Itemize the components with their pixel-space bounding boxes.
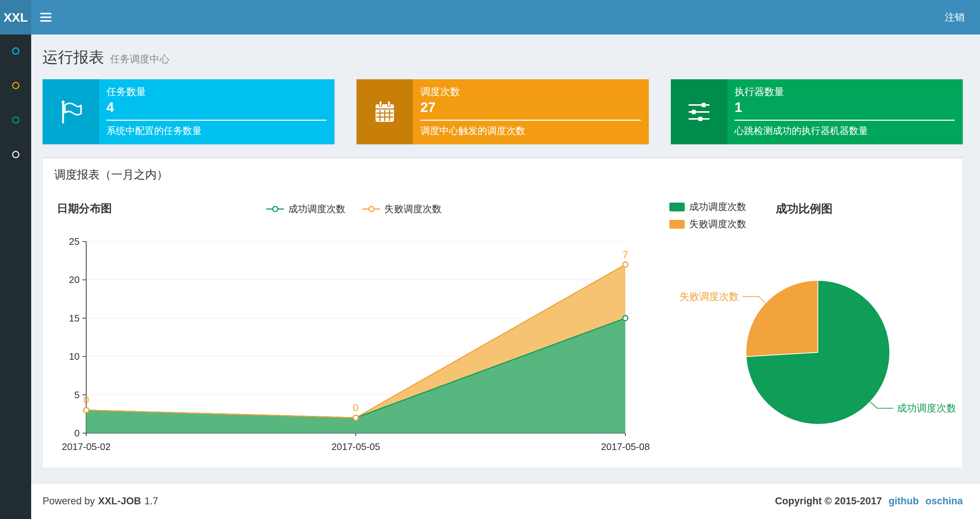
chart-text: 失败调度次数 <box>679 291 739 302</box>
circle-o-icon <box>12 47 19 55</box>
info-box-task-count: 任务数量 4 系统中配置的任务数量 <box>43 79 334 144</box>
sidebar-item-1[interactable] <box>10 46 22 56</box>
info-box-value: 27 <box>420 100 640 115</box>
chart-text: 15 <box>69 313 80 324</box>
page-header: 运行报表 任务调度中心 <box>31 35 980 67</box>
legend-swatch-icon <box>669 220 685 229</box>
legend-label: 成功调度次数 <box>288 203 345 216</box>
legend-item-fail[interactable]: 失败调度次数 <box>363 203 442 216</box>
chart-circle <box>353 415 358 420</box>
legend-label: 成功调度次数 <box>689 200 746 213</box>
product-version: 1.7 <box>145 495 158 507</box>
date-distribution-chart: 日期分布图 成功调度次数 失败调度次数 <box>53 195 655 463</box>
top-navbar: XXL 注销 <box>0 0 980 35</box>
divider <box>107 120 326 121</box>
chart-path <box>746 280 818 356</box>
chart-text: 2017-05-05 <box>332 441 380 452</box>
chart-text: 7 <box>622 249 628 260</box>
page-title: 运行报表 <box>43 47 104 67</box>
marker-dot-icon <box>272 206 278 212</box>
info-box-trigger-count: 调度次数 27 调度中心触发的调度次数 <box>356 79 648 144</box>
legend-swatch-icon <box>669 203 685 211</box>
circle-o-icon <box>12 117 19 124</box>
info-box-description: 系统中配置的任务数量 <box>107 125 326 137</box>
calendar-icon-svg <box>372 99 398 125</box>
stacked-area-chart: 05101520252017-05-022017-05-052017-05-08… <box>53 218 655 460</box>
flag-icon <box>43 79 99 144</box>
marker-dot-icon <box>368 206 374 212</box>
line-chart-legend: 成功调度次数 失败调度次数 <box>266 203 442 216</box>
oschina-link[interactable]: oschina <box>925 495 963 507</box>
legend-label: 失败调度次数 <box>384 203 442 216</box>
hamburger-icon <box>40 20 51 22</box>
chart-text: 10 <box>69 351 80 362</box>
chart-text: 20 <box>69 274 80 285</box>
circle-o-icon <box>12 151 19 158</box>
info-box-description: 调度中心触发的调度次数 <box>420 125 640 137</box>
info-box-title: 调度次数 <box>420 85 640 98</box>
footer: Powered by XXL-JOB 1.7 Copyright © 2015-… <box>31 483 980 519</box>
info-box-body: 任务数量 4 系统中配置的任务数量 <box>99 79 334 144</box>
sidebar-item-4[interactable] <box>10 149 22 160</box>
chart-text: 0 <box>83 394 89 406</box>
info-box-title: 执行器数量 <box>735 85 955 98</box>
logout-button[interactable]: 注销 <box>929 0 980 35</box>
hamburger-icon <box>40 13 51 14</box>
chart-text: 0 <box>353 402 359 413</box>
sidebar <box>0 35 31 519</box>
chart-polyline <box>743 297 766 303</box>
sidebar-item-3[interactable] <box>10 115 22 126</box>
info-box-value: 4 <box>107 100 326 115</box>
report-panel-body: 日期分布图 成功调度次数 失败调度次数 <box>43 192 963 468</box>
chart-text: 2017-05-08 <box>601 441 650 452</box>
info-box-body: 调度次数 27 调度中心触发的调度次数 <box>413 79 648 144</box>
legend-item-fail[interactable]: 失败调度次数 <box>669 218 746 230</box>
main-content: 运行报表 任务调度中心 任务数量 4 系统中配置的任务数量 <box>31 35 980 468</box>
calendar-icon <box>356 79 413 144</box>
pie-chart-legend: 成功调度次数 失败调度次数 <box>669 200 746 230</box>
app-logo[interactable]: XXL <box>0 0 31 35</box>
info-box-title: 任务数量 <box>107 85 326 98</box>
info-box-executor-count: 执行器数量 1 心跳检测成功的执行器机器数量 <box>671 79 963 144</box>
footer-copyright: Copyright © 2015-2017 github oschina <box>775 495 963 507</box>
legend-item-success[interactable]: 成功调度次数 <box>266 203 345 216</box>
flag-icon-svg <box>58 99 84 125</box>
product-name: XXL-JOB <box>98 495 141 507</box>
page-subtitle: 任务调度中心 <box>110 53 169 66</box>
footer-powered-by: Powered by XXL-JOB 1.7 <box>43 495 158 507</box>
chart-circle <box>623 262 628 267</box>
chart-text: 成功调度次数 <box>897 402 956 414</box>
sidebar-toggle-button[interactable] <box>31 0 60 35</box>
circle-o-icon <box>12 82 19 89</box>
chart-header: 日期分布图 成功调度次数 失败调度次数 <box>53 195 655 218</box>
powered-by-text: Powered by <box>43 495 95 507</box>
chart-text: 0 <box>75 428 80 439</box>
info-box-value: 1 <box>735 100 955 115</box>
line-marker-icon <box>363 209 380 209</box>
divider <box>735 120 955 121</box>
chart-text: 5 <box>75 390 80 401</box>
sliders-icon-svg <box>686 99 712 125</box>
copyright-text: Copyright © 2015-2017 <box>775 495 882 507</box>
chart-text: 2017-05-02 <box>62 441 111 452</box>
chart-circle <box>84 407 89 412</box>
info-box-description: 心跳检测成功的执行器机器数量 <box>735 125 955 137</box>
chart-text: 25 <box>69 236 80 247</box>
divider <box>420 120 640 121</box>
success-ratio-chart: 成功调度次数 失败调度次数 成功比例图 成功调度次数失败调度次数 <box>655 195 955 463</box>
hamburger-icon <box>40 16 51 18</box>
github-link[interactable]: github <box>889 495 919 507</box>
chart-polyline <box>870 402 893 409</box>
chart-circle <box>623 316 628 321</box>
line-chart-title: 日期分布图 <box>57 201 112 216</box>
line-marker-icon <box>266 209 284 209</box>
sliders-icon <box>671 79 727 144</box>
pie-chart: 成功调度次数失败调度次数 <box>669 221 955 463</box>
info-box-row: 任务数量 4 系统中配置的任务数量 <box>43 79 963 144</box>
report-panel: 调度报表（一月之内） 日期分布图 成功调度次数 <box>43 158 963 468</box>
legend-label: 失败调度次数 <box>689 218 746 230</box>
legend-item-success[interactable]: 成功调度次数 <box>669 200 746 213</box>
report-panel-title: 调度报表（一月之内） <box>43 158 963 192</box>
info-box-body: 执行器数量 1 心跳检测成功的执行器机器数量 <box>727 79 963 144</box>
sidebar-item-2[interactable] <box>10 80 22 91</box>
